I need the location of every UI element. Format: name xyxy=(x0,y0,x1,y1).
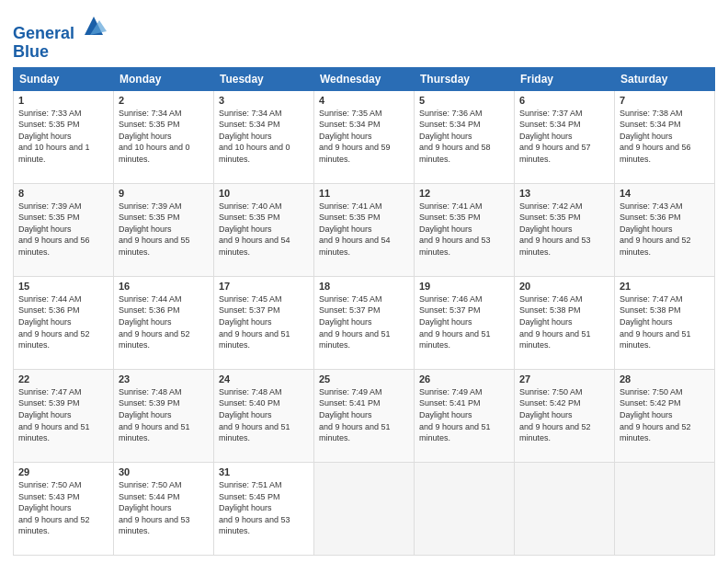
day-number: 22 xyxy=(18,373,108,385)
day-info: Sunrise: 7:49 AM Sunset: 5:41 PM Dayligh… xyxy=(319,386,409,444)
calendar-cell: 26 Sunrise: 7:49 AM Sunset: 5:41 PM Dayl… xyxy=(415,369,515,462)
day-info: Sunrise: 7:39 AM Sunset: 5:35 PM Dayligh… xyxy=(18,201,108,259)
calendar-table: SundayMondayTuesdayWednesdayThursdayFrid… xyxy=(13,67,715,556)
day-info: Sunrise: 7:50 AM Sunset: 5:42 PM Dayligh… xyxy=(620,386,710,444)
weekday-header: Friday xyxy=(515,67,615,90)
calendar-week-row: 8 Sunrise: 7:39 AM Sunset: 5:35 PM Dayli… xyxy=(14,183,715,276)
calendar-cell: 14 Sunrise: 7:43 AM Sunset: 5:36 PM Dayl… xyxy=(615,183,715,276)
day-number: 26 xyxy=(419,373,509,385)
calendar-cell: 29 Sunrise: 7:50 AM Sunset: 5:43 PM Dayl… xyxy=(14,462,114,555)
calendar-cell xyxy=(415,462,515,555)
weekday-header: Sunday xyxy=(14,67,114,90)
calendar-cell: 9 Sunrise: 7:39 AM Sunset: 5:35 PM Dayli… xyxy=(114,183,214,276)
day-info: Sunrise: 7:35 AM Sunset: 5:34 PM Dayligh… xyxy=(319,108,409,166)
day-info: Sunrise: 7:50 AM Sunset: 5:44 PM Dayligh… xyxy=(119,479,209,537)
day-number: 10 xyxy=(219,188,309,199)
calendar-cell: 19 Sunrise: 7:46 AM Sunset: 5:37 PM Dayl… xyxy=(415,276,515,369)
day-info: Sunrise: 7:51 AM Sunset: 5:45 PM Dayligh… xyxy=(219,479,309,537)
day-number: 5 xyxy=(419,95,509,106)
calendar-cell: 4 Sunrise: 7:35 AM Sunset: 5:34 PM Dayli… xyxy=(314,90,415,183)
calendar-cell: 31 Sunrise: 7:51 AM Sunset: 5:45 PM Dayl… xyxy=(214,462,314,555)
logo-icon xyxy=(81,13,107,39)
page: General Blue SundayMondayTuesdayWednesda… xyxy=(0,0,728,563)
calendar-cell xyxy=(515,462,615,555)
calendar-week-row: 22 Sunrise: 7:47 AM Sunset: 5:39 PM Dayl… xyxy=(14,369,715,462)
calendar-body: 1 Sunrise: 7:33 AM Sunset: 5:35 PM Dayli… xyxy=(14,90,715,555)
weekday-header: Wednesday xyxy=(314,67,415,90)
day-info: Sunrise: 7:36 AM Sunset: 5:34 PM Dayligh… xyxy=(419,108,509,166)
day-info: Sunrise: 7:46 AM Sunset: 5:37 PM Dayligh… xyxy=(419,293,509,351)
day-number: 8 xyxy=(18,188,108,199)
day-number: 30 xyxy=(119,466,209,477)
calendar-cell: 3 Sunrise: 7:34 AM Sunset: 5:34 PM Dayli… xyxy=(214,90,314,183)
day-info: Sunrise: 7:45 AM Sunset: 5:37 PM Dayligh… xyxy=(219,293,309,351)
day-info: Sunrise: 7:45 AM Sunset: 5:37 PM Dayligh… xyxy=(319,293,409,351)
calendar-week-row: 15 Sunrise: 7:44 AM Sunset: 5:36 PM Dayl… xyxy=(14,276,715,369)
day-number: 15 xyxy=(18,281,108,292)
calendar-cell: 21 Sunrise: 7:47 AM Sunset: 5:38 PM Dayl… xyxy=(615,276,715,369)
day-number: 25 xyxy=(319,373,409,385)
day-number: 4 xyxy=(319,95,409,106)
calendar-cell: 13 Sunrise: 7:42 AM Sunset: 5:35 PM Dayl… xyxy=(515,183,615,276)
calendar-header-row: SundayMondayTuesdayWednesdayThursdayFrid… xyxy=(14,67,715,90)
calendar-cell: 28 Sunrise: 7:50 AM Sunset: 5:42 PM Dayl… xyxy=(615,369,715,462)
day-number: 12 xyxy=(419,188,509,199)
day-number: 6 xyxy=(519,95,609,106)
logo-general: General xyxy=(13,24,74,42)
day-number: 2 xyxy=(119,95,209,106)
day-info: Sunrise: 7:50 AM Sunset: 5:42 PM Dayligh… xyxy=(519,386,609,444)
day-number: 18 xyxy=(319,281,409,292)
calendar-cell: 30 Sunrise: 7:50 AM Sunset: 5:44 PM Dayl… xyxy=(114,462,214,555)
day-info: Sunrise: 7:49 AM Sunset: 5:41 PM Dayligh… xyxy=(419,386,509,444)
day-info: Sunrise: 7:39 AM Sunset: 5:35 PM Dayligh… xyxy=(119,201,209,259)
day-info: Sunrise: 7:50 AM Sunset: 5:43 PM Dayligh… xyxy=(18,479,108,537)
calendar-cell: 11 Sunrise: 7:41 AM Sunset: 5:35 PM Dayl… xyxy=(314,183,415,276)
calendar-cell: 1 Sunrise: 7:33 AM Sunset: 5:35 PM Dayli… xyxy=(14,90,114,183)
calendar-cell: 15 Sunrise: 7:44 AM Sunset: 5:36 PM Dayl… xyxy=(14,276,114,369)
logo-area: General Blue xyxy=(13,9,107,62)
day-info: Sunrise: 7:40 AM Sunset: 5:35 PM Dayligh… xyxy=(219,201,309,259)
calendar-cell: 25 Sunrise: 7:49 AM Sunset: 5:41 PM Dayl… xyxy=(314,369,415,462)
weekday-header: Tuesday xyxy=(214,67,314,90)
day-info: Sunrise: 7:37 AM Sunset: 5:34 PM Dayligh… xyxy=(519,108,609,166)
day-info: Sunrise: 7:44 AM Sunset: 5:36 PM Dayligh… xyxy=(119,293,209,351)
day-info: Sunrise: 7:42 AM Sunset: 5:35 PM Dayligh… xyxy=(519,201,609,259)
calendar-cell: 16 Sunrise: 7:44 AM Sunset: 5:36 PM Dayl… xyxy=(114,276,214,369)
day-number: 28 xyxy=(620,373,710,385)
calendar-cell: 17 Sunrise: 7:45 AM Sunset: 5:37 PM Dayl… xyxy=(214,276,314,369)
day-number: 24 xyxy=(219,373,309,385)
calendar-cell: 5 Sunrise: 7:36 AM Sunset: 5:34 PM Dayli… xyxy=(415,90,515,183)
day-number: 1 xyxy=(18,95,108,106)
day-info: Sunrise: 7:33 AM Sunset: 5:35 PM Dayligh… xyxy=(18,108,108,166)
day-number: 3 xyxy=(219,95,309,106)
day-number: 19 xyxy=(419,281,509,292)
calendar-cell: 7 Sunrise: 7:38 AM Sunset: 5:34 PM Dayli… xyxy=(615,90,715,183)
day-number: 17 xyxy=(219,281,309,292)
calendar-cell: 8 Sunrise: 7:39 AM Sunset: 5:35 PM Dayli… xyxy=(14,183,114,276)
day-info: Sunrise: 7:38 AM Sunset: 5:34 PM Dayligh… xyxy=(620,108,710,166)
day-number: 31 xyxy=(219,466,309,477)
day-info: Sunrise: 7:41 AM Sunset: 5:35 PM Dayligh… xyxy=(419,201,509,259)
day-number: 27 xyxy=(519,373,609,385)
day-number: 9 xyxy=(119,188,209,199)
day-number: 7 xyxy=(620,95,710,106)
calendar-cell: 22 Sunrise: 7:47 AM Sunset: 5:39 PM Dayl… xyxy=(14,369,114,462)
day-number: 23 xyxy=(119,373,209,385)
calendar-week-row: 1 Sunrise: 7:33 AM Sunset: 5:35 PM Dayli… xyxy=(14,90,715,183)
day-number: 16 xyxy=(119,281,209,292)
logo-text: General xyxy=(13,13,107,43)
calendar-cell: 6 Sunrise: 7:37 AM Sunset: 5:34 PM Dayli… xyxy=(515,90,615,183)
day-info: Sunrise: 7:47 AM Sunset: 5:39 PM Dayligh… xyxy=(18,386,108,444)
weekday-header: Saturday xyxy=(615,67,715,90)
header: General Blue xyxy=(13,9,715,62)
day-number: 21 xyxy=(620,281,710,292)
day-info: Sunrise: 7:34 AM Sunset: 5:35 PM Dayligh… xyxy=(119,108,209,166)
weekday-header: Monday xyxy=(114,67,214,90)
calendar-cell: 2 Sunrise: 7:34 AM Sunset: 5:35 PM Dayli… xyxy=(114,90,214,183)
day-info: Sunrise: 7:48 AM Sunset: 5:40 PM Dayligh… xyxy=(219,386,309,444)
weekday-header: Thursday xyxy=(415,67,515,90)
calendar-cell: 12 Sunrise: 7:41 AM Sunset: 5:35 PM Dayl… xyxy=(415,183,515,276)
day-info: Sunrise: 7:43 AM Sunset: 5:36 PM Dayligh… xyxy=(620,201,710,259)
day-info: Sunrise: 7:41 AM Sunset: 5:35 PM Dayligh… xyxy=(319,201,409,259)
calendar-cell: 23 Sunrise: 7:48 AM Sunset: 5:39 PM Dayl… xyxy=(114,369,214,462)
